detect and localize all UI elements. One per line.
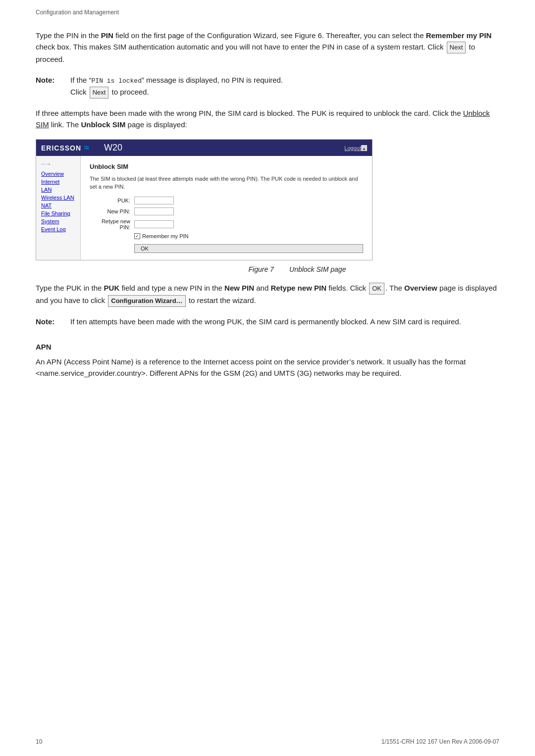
pin-bold: PIN	[101, 31, 113, 40]
screenshot-header: ERICSSON ≈ W20 Logout ▲	[36, 140, 372, 156]
scrollbar: ▲	[361, 145, 367, 151]
ericsson-icon: ≈	[84, 143, 89, 153]
breadcrumb: Configuration and Management	[36, 9, 119, 16]
remember-pin-bold: Remember my PIN	[426, 31, 492, 40]
sidebar-item-event-log[interactable]: Event Log	[39, 226, 78, 232]
sidebar-item-overview[interactable]: Overview	[39, 171, 78, 177]
overview-bold: Overview	[404, 284, 437, 292]
ericsson-logo: ERICSSON ≈	[41, 143, 89, 153]
note1: Note: If the “PIN is locked” message is …	[36, 74, 499, 99]
screenshot-main-area: Unblock SIM The SIM is blocked (at least…	[81, 156, 372, 260]
remember-checkbox[interactable]: ✓	[134, 233, 140, 239]
sidebar-item-internet[interactable]: Internet	[39, 179, 78, 185]
figure-title: Unblock SIM page	[289, 265, 346, 273]
sidebar-item-system[interactable]: System	[39, 218, 78, 224]
sidebar-arrow: ···→	[39, 161, 78, 167]
apn-heading: APN	[36, 343, 499, 351]
unblock-sim-bold: Unblock SIM	[81, 120, 125, 129]
note2: Note: If ten attempts have been made wit…	[36, 316, 499, 327]
new-pin-bold: New PIN	[224, 284, 254, 292]
para3: Type the PUK in the PUK field and type a…	[36, 282, 499, 307]
doc-ref: 1/1551-CRH 102 167 Uen Rev A 2006-09-07	[381, 738, 499, 745]
remember-label: Remember my PIN	[142, 233, 189, 239]
pin-locked-code: PIN is locked	[92, 77, 142, 85]
puk-input[interactable]	[134, 197, 174, 204]
retype-pin-bold: Retype new PIN	[270, 284, 326, 292]
sidebar-item-wireless-lan[interactable]: Wireless LAN	[39, 195, 78, 201]
retype-pin-input[interactable]	[134, 220, 174, 228]
new-pin-label: New PIN:	[90, 208, 134, 214]
page-footer: 10 1/1551-CRH 102 167 Uen Rev A 2006-09-…	[36, 738, 499, 745]
ericsson-text: ERICSSON	[41, 144, 81, 152]
retype-pin-row: Retype new PIN:	[90, 218, 363, 230]
sidebar-item-nat[interactable]: NAT	[39, 202, 78, 208]
note1-text: If the “PIN is locked” message is displa…	[70, 74, 499, 99]
remember-row: ✓ Remember my PIN	[134, 233, 363, 239]
apn-paragraph: An APN (Access Point Name) is a referenc…	[36, 356, 499, 379]
unblock-sim-description: The SIM is blocked (at least three attem…	[90, 175, 363, 191]
screenshot-figure: ERICSSON ≈ W20 Logout ▲ ···→ Overview In…	[36, 139, 373, 260]
new-pin-input[interactable]	[134, 207, 174, 215]
page-number: 10	[36, 738, 42, 745]
figure-number: Figure 7	[249, 265, 274, 273]
para2: If three attempts have been made with th…	[36, 107, 499, 131]
puk-label: PUK:	[90, 198, 134, 203]
sidebar-item-lan[interactable]: LAN	[39, 187, 78, 193]
puk-row: PUK:	[90, 197, 363, 204]
apn-section: APN An APN (Access Point Name) is a refe…	[36, 343, 499, 379]
next-button-inline: Next	[447, 42, 466, 53]
ok-button[interactable]: OK	[134, 244, 363, 253]
note1-label: Note:	[36, 74, 70, 99]
figure-caption: Figure 7 Unblock SIM page	[36, 265, 499, 273]
screenshot-sidebar: ···→ Overview Internet LAN Wireless LAN …	[36, 156, 81, 260]
device-title: W20	[104, 143, 122, 153]
note2-text: If ten attempts have been made with the …	[70, 316, 499, 327]
retype-pin-label: Retype new PIN:	[90, 218, 134, 230]
main-content: Type the PIN in the PIN field on the fir…	[36, 30, 499, 388]
puk-bold: PUK	[104, 284, 120, 292]
para1: Type the PIN in the PIN field on the fir…	[36, 30, 499, 65]
sidebar-item-file-sharing[interactable]: File Sharing	[39, 210, 78, 216]
new-pin-row: New PIN:	[90, 207, 363, 215]
config-wizard-btn: Configuration Wizard…	[108, 295, 185, 307]
logout-link[interactable]: Logout	[344, 145, 361, 151]
note1-next-btn: Next	[90, 87, 109, 99]
ok-btn-inline: OK	[369, 283, 384, 295]
screenshot-body: ···→ Overview Internet LAN Wireless LAN …	[36, 156, 372, 260]
scroll-up-icon: ▲	[362, 146, 367, 151]
note2-label: Note:	[36, 316, 70, 327]
unblock-sim-title: Unblock SIM	[90, 163, 363, 170]
